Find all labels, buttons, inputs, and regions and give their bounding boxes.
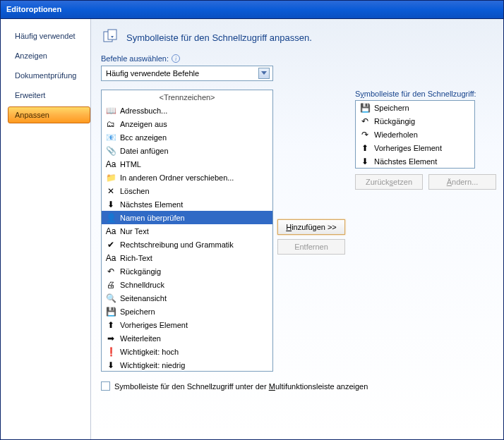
lists-row: <Trennzeichen>📖Adressbuch...🗂Anzeigen au… [101, 90, 496, 372]
info-icon[interactable]: i [172, 54, 180, 63]
available-commands-listbox[interactable]: <Trennzeichen>📖Adressbuch...🗂Anzeigen au… [101, 90, 273, 372]
command-icon: 🔍 [104, 293, 117, 304]
reset-button: Zurücksetzen [355, 174, 423, 190]
quick-access-listbox[interactable]: 💾Speichern↶Rückgängig↷Wiederholen⬆Vorher… [355, 100, 475, 169]
sidebar-item-häufig-verwendet[interactable]: Häufig verwendet [8, 28, 90, 44]
command-icon: Aa [104, 252, 117, 264]
command-icon: Aa [104, 226, 117, 237]
middle-buttons: Hinzufügen >> Entfernen [273, 90, 349, 255]
qat-item[interactable]: ↶Rückgängig [356, 114, 474, 128]
command-item[interactable]: 💾Speichern [102, 305, 272, 318]
sidebar-item-anzeigen[interactable]: Anzeigen [8, 47, 90, 64]
main-panel: Symbolleiste für den Schnellzugriff anpa… [91, 19, 503, 439]
qat-label: Speichern [374, 104, 409, 112]
command-label: Adressbuch... [120, 106, 167, 115]
svg-marker-3 [261, 71, 267, 75]
qat-icon: ⬆ [359, 142, 371, 154]
panel-title: Symbolleiste für den Schnellzugriff anpa… [126, 32, 312, 43]
command-label: Weiterleiten [120, 334, 161, 343]
command-item[interactable]: ⬇Wichtigkeit: niedrig [102, 358, 272, 372]
command-item[interactable]: AaRich-Text [102, 251, 272, 264]
command-item[interactable]: 📧Bcc anzeigen [102, 130, 272, 144]
qat-item[interactable]: 💾Speichern [356, 101, 474, 114]
sidebar-nav: Häufig verwendetAnzeigenDokumentprüfungE… [1, 19, 91, 439]
command-item[interactable]: 📁In anderen Ordner verschieben... [102, 171, 272, 184]
command-icon: 🖨 [104, 279, 117, 291]
command-item[interactable]: AaNur Text [102, 224, 272, 238]
qat-icon: ⬇ [359, 156, 371, 167]
qat-icon: ↷ [359, 129, 371, 140]
command-icon: 📁 [104, 172, 117, 183]
command-item[interactable]: AaHTML [102, 157, 272, 171]
command-label: Seitenansicht [120, 294, 167, 302]
command-label: Speichern [120, 307, 155, 316]
qat-item[interactable]: ↷Wiederholen [356, 128, 474, 141]
command-icon: 📧 [104, 132, 117, 143]
qat-label: Wiederholen [374, 130, 418, 139]
window-title: Editoroptionen [6, 5, 61, 13]
editor-options-window: Editoroptionen Häufig verwendetAnzeigenD… [0, 0, 504, 440]
command-item[interactable]: ↶Rückgängig [102, 264, 272, 278]
chevron-down-icon[interactable] [258, 68, 270, 79]
command-label: Vorheriges Element [120, 321, 188, 329]
command-item[interactable]: 👤Namen überprüfen [102, 211, 272, 224]
commands-category-dropdown[interactable]: Häufig verwendete Befehle [101, 66, 273, 81]
command-label: In anderen Ordner verschieben... [120, 173, 234, 182]
command-icon: 🗂 [104, 118, 117, 130]
command-icon: ❗ [104, 346, 117, 358]
command-item[interactable]: ✔Rechtschreibung und Grammatik [102, 238, 272, 251]
command-label: Datei anfügen [120, 147, 169, 155]
command-icon: ⬆ [104, 319, 117, 331]
command-icon: Aa [104, 159, 117, 170]
command-label: Namen überprüfen [120, 214, 185, 222]
command-icon: ✔ [104, 239, 117, 250]
command-icon: ➡ [104, 333, 117, 344]
qat-item[interactable]: ⬇Nächstes Element [356, 154, 474, 168]
panel-header: Symbolleiste für den Schnellzugriff anpa… [101, 28, 496, 47]
customize-icon [101, 28, 121, 47]
command-item[interactable]: 📖Adressbuch... [102, 104, 272, 117]
command-label: Anzeigen aus [120, 120, 167, 128]
command-label: Wichtigkeit: hoch [120, 348, 179, 356]
qat-item[interactable]: ⬆Vorheriges Element [356, 141, 474, 154]
checkbox-label: Symbolleiste für den Schnellzugriff unte… [114, 382, 368, 391]
command-icon: 📎 [104, 145, 117, 157]
sidebar-item-erweitert[interactable]: Erweitert [8, 87, 90, 104]
command-icon: ✕ [104, 185, 117, 197]
command-icon: ⬇ [104, 199, 117, 210]
right-column: Symbolleiste für den Schnellzugriff: 💾Sp… [355, 90, 496, 190]
command-label: Bcc anzeigen [120, 133, 167, 142]
command-label: HTML [120, 160, 141, 169]
command-label: Rückgängig [120, 267, 161, 276]
sidebar-item-dokumentprüfung[interactable]: Dokumentprüfung [8, 67, 90, 84]
command-item[interactable]: ✕Löschen [102, 184, 272, 197]
command-item[interactable]: 🖨Schnelldruck [102, 278, 272, 291]
qat-label: Rückgängig [374, 117, 415, 126]
command-label: Rechtschreibung und Grammatik [120, 240, 234, 249]
command-item[interactable]: ❗Wichtigkeit: hoch [102, 345, 272, 358]
command-label: Rich-Text [120, 254, 152, 262]
command-icon: ↶ [104, 266, 117, 277]
command-item[interactable]: ⬇Nächstes Element [102, 197, 272, 211]
sidebar-item-anpassen[interactable]: Anpassen [8, 106, 90, 123]
content-area: Häufig verwendetAnzeigenDokumentprüfungE… [1, 19, 503, 439]
command-icon: ⬇ [104, 360, 117, 371]
command-label: Wichtigkeit: niedrig [120, 361, 185, 369]
qat-icon: ↶ [359, 116, 371, 127]
choose-commands-label: Befehle auswählen: i [101, 54, 496, 63]
command-item[interactable]: 📎Datei anfügen [102, 144, 272, 157]
command-item[interactable]: ⬆Vorheriges Element [102, 318, 272, 331]
command-icon: 👤 [104, 212, 117, 224]
command-item[interactable]: 🗂Anzeigen aus [102, 117, 272, 130]
command-item[interactable]: 🔍Seitenansicht [102, 291, 272, 305]
command-label: Nur Text [120, 227, 149, 236]
modify-button: Ändern... [428, 174, 496, 190]
quick-access-label: Symbolleiste für den Schnellzugriff: [355, 90, 496, 98]
command-icon: 💾 [104, 306, 117, 317]
add-button[interactable]: Hinzufügen >> [277, 219, 345, 235]
command-item[interactable]: <Trennzeichen> [102, 90, 272, 104]
show-below-ribbon-row[interactable]: Symbolleiste für den Schnellzugriff unte… [101, 381, 496, 391]
command-item[interactable]: ➡Weiterleiten [102, 331, 272, 345]
command-icon: 📖 [104, 105, 117, 116]
checkbox-icon[interactable] [101, 381, 110, 391]
